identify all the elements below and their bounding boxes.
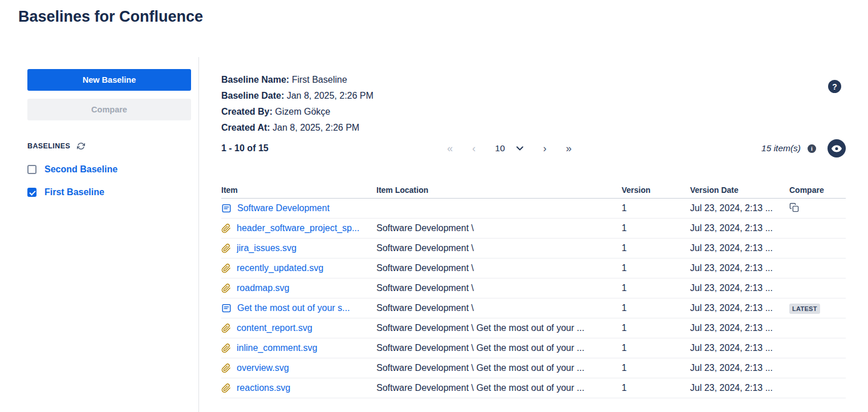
- paperclip-icon: [221, 383, 231, 393]
- paperclip-icon: [221, 264, 231, 273]
- version-date: Jul 23, 2024, 2:13 ...: [690, 203, 789, 213]
- item-version: 1: [622, 263, 690, 273]
- baseline-list-item[interactable]: Second Baseline: [27, 158, 191, 181]
- chevron-down-icon: [516, 146, 524, 151]
- item-location: Software Development \ Get the most out …: [376, 363, 622, 373]
- item-cell: inline_comment.svg: [221, 343, 376, 353]
- paperclip-icon: [221, 244, 231, 253]
- item-cell: overview.svg: [221, 363, 376, 373]
- item-location: Software Development \: [376, 303, 622, 313]
- latest-badge: LATEST: [789, 304, 820, 314]
- eye-icon-button[interactable]: [828, 139, 846, 157]
- page-icon: [221, 303, 232, 313]
- item-cell: Software Development: [221, 203, 376, 213]
- item-link[interactable]: recently_updated.svg: [237, 263, 323, 273]
- column-header-version: Version: [622, 185, 690, 195]
- column-header-item-location: Item Location: [376, 185, 622, 195]
- table-row: inline_comment.svg Software Development …: [221, 338, 846, 358]
- item-version: 1: [622, 303, 690, 313]
- item-cell: content_report.svg: [221, 323, 376, 333]
- item-version: 1: [622, 383, 690, 393]
- item-version: 1: [622, 343, 690, 353]
- baseline-label[interactable]: Second Baseline: [44, 164, 117, 175]
- pagination-prev-button[interactable]: ‹: [472, 143, 476, 154]
- pagination-right: 15 item(s) i: [761, 139, 846, 157]
- item-link[interactable]: Software Development: [237, 203, 330, 213]
- version-date: Jul 23, 2024, 2:13 ...: [690, 363, 789, 373]
- item-cell: header_software_project_sp...: [221, 223, 376, 233]
- item-location: Software Development \ Get the most out …: [376, 323, 622, 333]
- item-location: Software Development \: [376, 263, 622, 273]
- item-version: 1: [622, 323, 690, 333]
- created-by-value: Gizem Gökçe: [275, 107, 330, 116]
- paperclip-icon: [221, 344, 231, 353]
- table-row: content_report.svg Software Development …: [221, 318, 846, 338]
- column-header-compare: Compare: [789, 185, 846, 195]
- info-icon[interactable]: i: [808, 144, 816, 153]
- table-header-row: Item Item Location Version Version Date …: [221, 181, 846, 199]
- table-body: Software Development 1 Jul 23, 2024, 2:1…: [221, 199, 846, 398]
- baseline-label[interactable]: First Baseline: [44, 187, 104, 197]
- created-by-label: Created By:: [221, 107, 273, 116]
- item-cell: recently_updated.svg: [221, 263, 376, 273]
- item-link[interactable]: header_software_project_sp...: [237, 223, 359, 233]
- compare-cell: LATEST: [789, 303, 846, 314]
- created-by-line: Created By: Gizem Gökçe: [221, 104, 374, 120]
- pagination-first-button[interactable]: «: [447, 143, 453, 154]
- pagination-last-button[interactable]: »: [566, 143, 571, 154]
- help-icon[interactable]: ?: [828, 80, 841, 93]
- pagination-next-button[interactable]: ›: [543, 143, 546, 154]
- item-cell: reactions.svg: [221, 383, 376, 393]
- table-row: overview.svg Software Development \ Get …: [221, 358, 846, 378]
- item-location: Software Development \ Get the most out …: [376, 383, 622, 393]
- baseline-list-item[interactable]: First Baseline: [27, 181, 191, 204]
- version-date: Jul 23, 2024, 2:13 ...: [690, 243, 789, 253]
- eye-icon: [832, 145, 842, 152]
- vertical-divider: [198, 57, 199, 412]
- copy-icon[interactable]: [789, 203, 799, 212]
- version-date: Jul 23, 2024, 2:13 ...: [690, 223, 789, 233]
- pagination-controls: « ‹ 10 › »: [447, 143, 571, 154]
- version-date: Jul 23, 2024, 2:13 ...: [690, 323, 789, 333]
- baseline-checkbox[interactable]: [27, 165, 36, 174]
- pagination-range: 1 - 10 of 15: [221, 143, 269, 154]
- item-location: Software Development \: [376, 243, 622, 253]
- item-link[interactable]: overview.svg: [237, 363, 289, 373]
- baseline-date-line: Baseline Date: Jan 8, 2025, 2:26 PM: [221, 88, 374, 104]
- table-row: reactions.svg Software Development \ Get…: [221, 378, 846, 398]
- created-at-value: Jan 8, 2025, 2:26 PM: [273, 123, 359, 132]
- item-link[interactable]: jira_issues.svg: [237, 243, 297, 253]
- items-count: 15 item(s): [761, 143, 801, 154]
- table-row: jira_issues.svg Software Development \ 1…: [221, 239, 846, 258]
- baselines-section-header: BASELINES: [27, 142, 191, 150]
- item-link[interactable]: reactions.svg: [237, 383, 290, 393]
- item-link[interactable]: roadmap.svg: [237, 283, 290, 293]
- version-date: Jul 23, 2024, 2:13 ...: [690, 383, 789, 393]
- page-title: Baselines for Confluence: [18, 8, 203, 26]
- page-size-value: 10: [495, 143, 505, 154]
- paperclip-icon: [221, 324, 231, 333]
- page-icon: [221, 203, 232, 213]
- item-link[interactable]: content_report.svg: [237, 323, 313, 333]
- item-link[interactable]: Get the most out of your s...: [237, 303, 350, 313]
- baseline-name-line: Baseline Name: First Baseline: [221, 72, 374, 88]
- baselines-section-label: BASELINES: [27, 142, 70, 150]
- baseline-details: Baseline Name: First Baseline Baseline D…: [221, 72, 374, 136]
- compare-button[interactable]: Compare: [27, 99, 191, 120]
- baseline-list: Second Baseline First Baseline: [27, 158, 191, 204]
- baseline-date-value: Jan 8, 2025, 2:26 PM: [287, 91, 374, 100]
- main-content: Baseline Name: First Baseline Baseline D…: [221, 0, 846, 412]
- item-version: 1: [622, 203, 690, 213]
- version-date: Jul 23, 2024, 2:13 ...: [690, 283, 789, 293]
- item-link[interactable]: inline_comment.svg: [237, 343, 317, 353]
- item-location: Software Development \: [376, 223, 622, 233]
- version-date: Jul 23, 2024, 2:13 ...: [690, 263, 789, 273]
- baseline-name-label: Baseline Name:: [221, 75, 289, 84]
- page-size-select[interactable]: 10: [495, 143, 524, 154]
- table-row: header_software_project_sp... Software D…: [221, 219, 846, 239]
- created-at-label: Created At:: [221, 123, 270, 132]
- new-baseline-button[interactable]: New Baseline: [27, 69, 191, 91]
- refresh-icon[interactable]: [77, 142, 85, 150]
- baseline-checkbox[interactable]: [27, 188, 36, 197]
- version-date: Jul 23, 2024, 2:13 ...: [690, 343, 789, 353]
